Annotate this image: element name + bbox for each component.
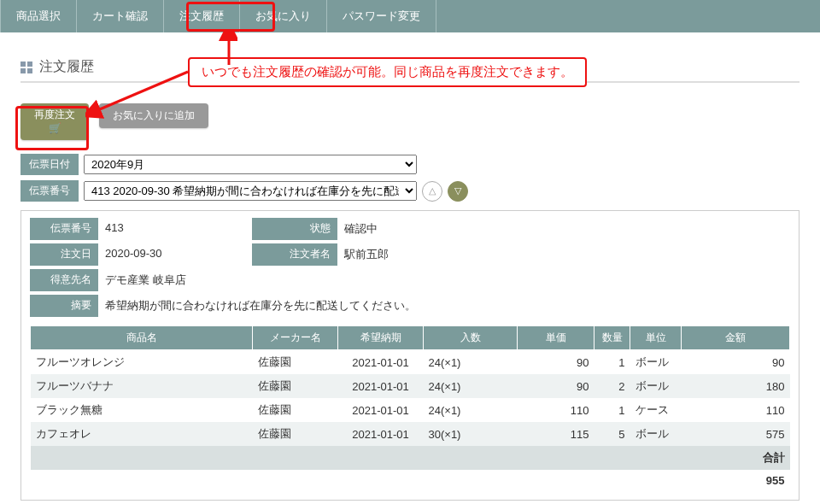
- cell-price: 110: [518, 398, 594, 422]
- table-row: フルーツオレンジ佐藤園2021-01-0124(×1)901ボール90: [31, 350, 790, 375]
- table-header-row: 商品名 メーカー名 希望納期 入数 単価 数量 単位 金額: [31, 326, 790, 350]
- th-qty: 数量: [594, 326, 630, 350]
- th-amount: 金額: [682, 326, 790, 350]
- label-order-date: 注文日: [30, 243, 98, 266]
- th-unit: 単位: [630, 326, 682, 350]
- table-row: カフェオレ佐藤園2021-01-0130(×1)1155ボール575: [31, 422, 790, 446]
- total-label: 合計: [31, 446, 790, 470]
- value-orderer: 駅前五郎: [337, 243, 790, 266]
- nav-tab-products[interactable]: 商品選択: [0, 0, 77, 32]
- th-name: 商品名: [31, 326, 253, 350]
- nav-tab-cart[interactable]: カート確認: [77, 0, 164, 32]
- cell-name: ブラック無糖: [31, 398, 253, 422]
- value-note: 希望納期が間に合わなければ在庫分を先に配送してください。: [98, 295, 790, 317]
- reorder-button-label: 再度注文: [34, 108, 75, 120]
- th-pack: 入数: [424, 326, 518, 350]
- nav-tab-password[interactable]: パスワード変更: [327, 0, 436, 32]
- top-nav: 商品選択 カート確認 注文履歴 お気に入り パスワード変更: [0, 0, 820, 32]
- table-row: フルーツバナナ佐藤園2021-01-0124(×1)902ボール180: [31, 374, 790, 398]
- cell-amount: 90: [682, 350, 790, 375]
- cell-unit: ケース: [630, 398, 682, 422]
- label-note: 摘要: [30, 295, 98, 317]
- cell-qty: 5: [594, 422, 630, 446]
- cell-maker: 佐藤園: [253, 398, 338, 422]
- grid-icon: [20, 62, 32, 73]
- cell-name: フルーツオレンジ: [31, 350, 253, 375]
- filter-date-select[interactable]: 2020年9月: [84, 155, 417, 174]
- cell-maker: 佐藤園: [253, 350, 338, 375]
- prev-button[interactable]: △: [422, 181, 442, 202]
- cell-maker: 佐藤園: [253, 422, 338, 446]
- cell-deliv: 2021-01-01: [338, 350, 424, 375]
- cell-pack: 24(×1): [424, 350, 518, 375]
- cell-unit: ボール: [630, 374, 682, 398]
- th-price: 単価: [518, 326, 594, 350]
- nav-tab-history[interactable]: 注文履歴: [164, 0, 240, 32]
- cell-amount: 180: [682, 374, 790, 398]
- cart-icon: 🛒: [49, 122, 62, 136]
- total-amount: 955: [31, 470, 790, 491]
- value-slip-no: 413: [98, 218, 252, 240]
- cell-deliv: 2021-01-01: [338, 398, 424, 422]
- value-order-date: 2020-09-30: [98, 243, 252, 266]
- nav-tab-favorites[interactable]: お気に入り: [240, 0, 327, 32]
- cell-price: 90: [518, 350, 594, 375]
- cell-qty: 2: [594, 374, 630, 398]
- cell-pack: 24(×1): [424, 398, 518, 422]
- add-favorite-button[interactable]: お気に入りに追加: [99, 103, 208, 128]
- cell-name: フルーツバナナ: [31, 374, 253, 398]
- cell-deliv: 2021-01-01: [338, 374, 424, 398]
- cell-qty: 1: [594, 350, 630, 375]
- cell-price: 90: [518, 374, 594, 398]
- cell-pack: 30(×1): [424, 422, 518, 446]
- reorder-button[interactable]: 再度注文 🛒: [20, 103, 89, 140]
- label-status: 状態: [252, 218, 337, 240]
- cell-deliv: 2021-01-01: [338, 422, 424, 446]
- order-panel: 伝票番号 413 状態 確認中 注文日 2020-09-30 注文者名 駅前五郎…: [20, 210, 800, 501]
- page-title: 注文履歴: [39, 58, 94, 76]
- label-orderer: 注文者名: [252, 243, 337, 266]
- cell-name: カフェオレ: [31, 422, 253, 446]
- cell-price: 115: [518, 422, 594, 446]
- cell-amount: 110: [682, 398, 790, 422]
- th-deliv: 希望納期: [338, 326, 424, 350]
- label-slip-no: 伝票番号: [30, 218, 98, 240]
- cell-unit: ボール: [630, 422, 682, 446]
- filter-date-label: 伝票日付: [20, 154, 79, 175]
- items-table: 商品名 メーカー名 希望納期 入数 単価 数量 単位 金額 フルーツオレンジ佐藤…: [30, 325, 790, 491]
- annotation-text: いつでも注文履歴の確認が可能。同じ商品を再度注文できます。: [188, 57, 587, 87]
- total-amount-row: 955: [31, 470, 790, 491]
- th-maker: メーカー名: [253, 326, 338, 350]
- cell-amount: 575: [682, 422, 790, 446]
- total-label-row: 合計: [31, 446, 790, 470]
- cell-pack: 24(×1): [424, 374, 518, 398]
- value-status: 確認中: [337, 218, 790, 240]
- cell-qty: 1: [594, 398, 630, 422]
- filter-number-select[interactable]: 413 2020-09-30 希望納期が間に合わなければ在庫分を先に配送: [84, 181, 417, 201]
- label-customer: 得意先名: [30, 269, 98, 291]
- filter-number-label: 伝票番号: [20, 180, 79, 202]
- value-customer: デモ産業 岐阜店: [98, 269, 790, 291]
- cell-maker: 佐藤園: [253, 374, 338, 398]
- next-button[interactable]: ▽: [448, 181, 468, 202]
- cell-unit: ボール: [630, 350, 682, 375]
- table-row: ブラック無糖佐藤園2021-01-0124(×1)1101ケース110: [31, 398, 790, 422]
